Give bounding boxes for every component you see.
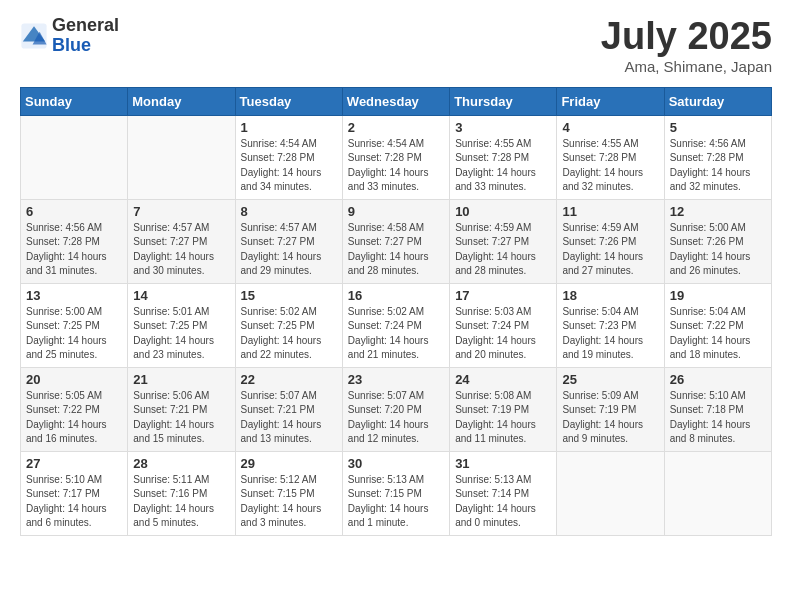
day-number: 21 [133,372,229,387]
day-number: 25 [562,372,658,387]
day-info: Sunrise: 5:00 AM Sunset: 7:26 PM Dayligh… [670,221,766,279]
calendar-cell: 10Sunrise: 4:59 AM Sunset: 7:27 PM Dayli… [450,199,557,283]
calendar-cell: 31Sunrise: 5:13 AM Sunset: 7:14 PM Dayli… [450,451,557,535]
day-info: Sunrise: 5:13 AM Sunset: 7:15 PM Dayligh… [348,473,444,531]
day-number: 23 [348,372,444,387]
day-number: 22 [241,372,337,387]
logo-blue: Blue [52,36,119,56]
calendar-cell: 22Sunrise: 5:07 AM Sunset: 7:21 PM Dayli… [235,367,342,451]
day-info: Sunrise: 4:56 AM Sunset: 7:28 PM Dayligh… [670,137,766,195]
calendar-cell [21,115,128,199]
title-section: July 2025 Ama, Shimane, Japan [601,16,772,75]
day-number: 11 [562,204,658,219]
day-info: Sunrise: 5:02 AM Sunset: 7:24 PM Dayligh… [348,305,444,363]
calendar-cell: 13Sunrise: 5:00 AM Sunset: 7:25 PM Dayli… [21,283,128,367]
day-info: Sunrise: 5:00 AM Sunset: 7:25 PM Dayligh… [26,305,122,363]
day-number: 31 [455,456,551,471]
calendar-cell: 12Sunrise: 5:00 AM Sunset: 7:26 PM Dayli… [664,199,771,283]
day-number: 19 [670,288,766,303]
day-number: 18 [562,288,658,303]
day-number: 29 [241,456,337,471]
day-number: 8 [241,204,337,219]
day-info: Sunrise: 5:05 AM Sunset: 7:22 PM Dayligh… [26,389,122,447]
weekday-header-monday: Monday [128,87,235,115]
week-row-1: 1Sunrise: 4:54 AM Sunset: 7:28 PM Daylig… [21,115,772,199]
day-number: 24 [455,372,551,387]
day-info: Sunrise: 4:54 AM Sunset: 7:28 PM Dayligh… [241,137,337,195]
day-number: 10 [455,204,551,219]
day-number: 28 [133,456,229,471]
weekday-header-tuesday: Tuesday [235,87,342,115]
day-info: Sunrise: 4:59 AM Sunset: 7:26 PM Dayligh… [562,221,658,279]
calendar-cell: 27Sunrise: 5:10 AM Sunset: 7:17 PM Dayli… [21,451,128,535]
day-info: Sunrise: 4:57 AM Sunset: 7:27 PM Dayligh… [241,221,337,279]
day-info: Sunrise: 5:06 AM Sunset: 7:21 PM Dayligh… [133,389,229,447]
day-info: Sunrise: 4:59 AM Sunset: 7:27 PM Dayligh… [455,221,551,279]
day-number: 3 [455,120,551,135]
calendar-cell: 20Sunrise: 5:05 AM Sunset: 7:22 PM Dayli… [21,367,128,451]
day-info: Sunrise: 5:04 AM Sunset: 7:23 PM Dayligh… [562,305,658,363]
day-info: Sunrise: 4:58 AM Sunset: 7:27 PM Dayligh… [348,221,444,279]
calendar-cell: 4Sunrise: 4:55 AM Sunset: 7:28 PM Daylig… [557,115,664,199]
day-info: Sunrise: 4:56 AM Sunset: 7:28 PM Dayligh… [26,221,122,279]
day-number: 27 [26,456,122,471]
calendar: SundayMondayTuesdayWednesdayThursdayFrid… [20,87,772,536]
weekday-header-wednesday: Wednesday [342,87,449,115]
day-info: Sunrise: 5:04 AM Sunset: 7:22 PM Dayligh… [670,305,766,363]
day-number: 14 [133,288,229,303]
weekday-header-row: SundayMondayTuesdayWednesdayThursdayFrid… [21,87,772,115]
calendar-cell [557,451,664,535]
calendar-cell: 21Sunrise: 5:06 AM Sunset: 7:21 PM Dayli… [128,367,235,451]
calendar-cell: 25Sunrise: 5:09 AM Sunset: 7:19 PM Dayli… [557,367,664,451]
calendar-cell: 3Sunrise: 4:55 AM Sunset: 7:28 PM Daylig… [450,115,557,199]
calendar-cell: 7Sunrise: 4:57 AM Sunset: 7:27 PM Daylig… [128,199,235,283]
weekday-header-saturday: Saturday [664,87,771,115]
logo-text: General Blue [52,16,119,56]
week-row-2: 6Sunrise: 4:56 AM Sunset: 7:28 PM Daylig… [21,199,772,283]
calendar-cell: 1Sunrise: 4:54 AM Sunset: 7:28 PM Daylig… [235,115,342,199]
month-title: July 2025 [601,16,772,58]
day-info: Sunrise: 5:12 AM Sunset: 7:15 PM Dayligh… [241,473,337,531]
day-info: Sunrise: 4:55 AM Sunset: 7:28 PM Dayligh… [455,137,551,195]
day-number: 6 [26,204,122,219]
calendar-cell: 29Sunrise: 5:12 AM Sunset: 7:15 PM Dayli… [235,451,342,535]
calendar-cell [664,451,771,535]
day-info: Sunrise: 4:54 AM Sunset: 7:28 PM Dayligh… [348,137,444,195]
week-row-3: 13Sunrise: 5:00 AM Sunset: 7:25 PM Dayli… [21,283,772,367]
day-number: 4 [562,120,658,135]
day-info: Sunrise: 5:08 AM Sunset: 7:19 PM Dayligh… [455,389,551,447]
day-number: 20 [26,372,122,387]
calendar-cell: 24Sunrise: 5:08 AM Sunset: 7:19 PM Dayli… [450,367,557,451]
day-number: 5 [670,120,766,135]
day-number: 17 [455,288,551,303]
logo: General Blue [20,16,119,56]
calendar-cell [128,115,235,199]
day-info: Sunrise: 4:55 AM Sunset: 7:28 PM Dayligh… [562,137,658,195]
calendar-cell: 11Sunrise: 4:59 AM Sunset: 7:26 PM Dayli… [557,199,664,283]
day-info: Sunrise: 5:03 AM Sunset: 7:24 PM Dayligh… [455,305,551,363]
day-info: Sunrise: 5:10 AM Sunset: 7:17 PM Dayligh… [26,473,122,531]
weekday-header-thursday: Thursday [450,87,557,115]
day-info: Sunrise: 5:10 AM Sunset: 7:18 PM Dayligh… [670,389,766,447]
calendar-cell: 15Sunrise: 5:02 AM Sunset: 7:25 PM Dayli… [235,283,342,367]
day-info: Sunrise: 5:07 AM Sunset: 7:20 PM Dayligh… [348,389,444,447]
calendar-cell: 16Sunrise: 5:02 AM Sunset: 7:24 PM Dayli… [342,283,449,367]
logo-general: General [52,16,119,36]
calendar-cell: 19Sunrise: 5:04 AM Sunset: 7:22 PM Dayli… [664,283,771,367]
calendar-cell: 9Sunrise: 4:58 AM Sunset: 7:27 PM Daylig… [342,199,449,283]
calendar-cell: 26Sunrise: 5:10 AM Sunset: 7:18 PM Dayli… [664,367,771,451]
day-info: Sunrise: 5:09 AM Sunset: 7:19 PM Dayligh… [562,389,658,447]
location: Ama, Shimane, Japan [601,58,772,75]
calendar-cell: 28Sunrise: 5:11 AM Sunset: 7:16 PM Dayli… [128,451,235,535]
day-number: 7 [133,204,229,219]
day-info: Sunrise: 5:07 AM Sunset: 7:21 PM Dayligh… [241,389,337,447]
day-number: 15 [241,288,337,303]
day-number: 30 [348,456,444,471]
day-info: Sunrise: 5:01 AM Sunset: 7:25 PM Dayligh… [133,305,229,363]
calendar-cell: 18Sunrise: 5:04 AM Sunset: 7:23 PM Dayli… [557,283,664,367]
calendar-cell: 17Sunrise: 5:03 AM Sunset: 7:24 PM Dayli… [450,283,557,367]
calendar-cell: 2Sunrise: 4:54 AM Sunset: 7:28 PM Daylig… [342,115,449,199]
day-number: 16 [348,288,444,303]
week-row-5: 27Sunrise: 5:10 AM Sunset: 7:17 PM Dayli… [21,451,772,535]
weekday-header-friday: Friday [557,87,664,115]
